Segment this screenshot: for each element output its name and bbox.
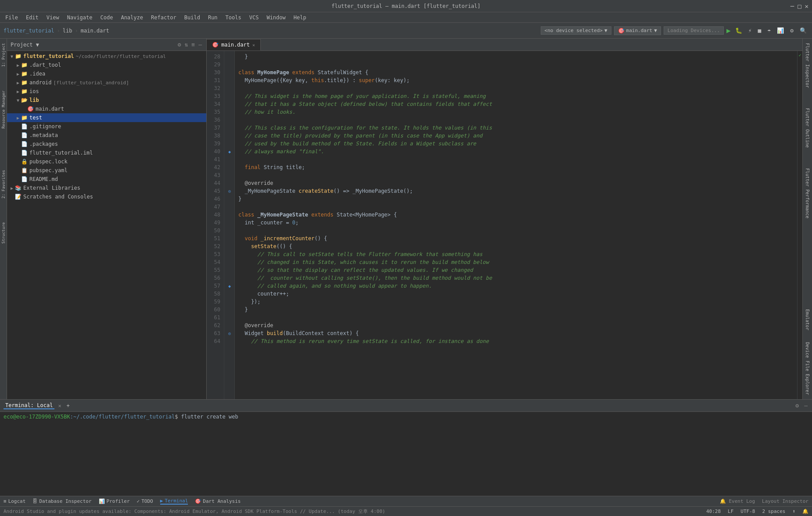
right-tab-emulator[interactable]: Emulator <box>804 306 811 334</box>
menu-tools[interactable]: Tools <box>222 14 245 22</box>
status-indent[interactable]: 2 spaces <box>762 509 785 514</box>
tree-item-main-dart[interactable]: 🎯 main.dart <box>7 105 206 113</box>
tree-item-packages[interactable]: 📄 .packages <box>7 140 206 148</box>
left-tab-structure[interactable]: Structure <box>1 220 6 246</box>
coverage-button[interactable]: ☂ <box>765 26 772 35</box>
tool-todo[interactable]: ✓ TODO <box>137 498 153 504</box>
toolbar-project-name[interactable]: flutter_tutorial <box>4 28 54 34</box>
toolbar: flutter_tutorial › lib › main.dart <no d… <box>0 23 812 39</box>
menu-file[interactable]: File <box>2 14 22 22</box>
terminal-tab-local[interactable]: Terminal: Local <box>4 402 54 409</box>
terminal-settings[interactable]: ⚙ <box>794 402 800 409</box>
tree-item-scratches[interactable]: 📝 Scratches and Consoles <box>7 192 206 201</box>
left-tab-favorites[interactable]: 2: Favorites <box>1 167 6 201</box>
right-sidebar: Flutter Inspector Flutter Outline Flutte… <box>802 39 812 399</box>
code-line-62: @override <box>238 321 794 329</box>
profile-button[interactable]: 📊 <box>775 26 786 35</box>
toolbar-lib[interactable]: lib <box>63 28 72 34</box>
tree-item-gitignore[interactable]: 📄 .gitignore <box>7 122 206 131</box>
left-tab-project[interactable]: 1: Project <box>1 40 6 69</box>
tool-logcat[interactable]: ≡ Logcat <box>4 498 25 504</box>
tree-item-metadata[interactable]: 📄 .metadata <box>7 131 206 140</box>
menu-refactor[interactable]: Refactor <box>147 14 180 22</box>
tree-item-flutter-tutorial[interactable]: ▼ 📁 flutter_tutorial ~/code/flutter/flut… <box>7 52 206 61</box>
tree-item-lib[interactable]: ▼ 📂 lib <box>7 96 206 105</box>
menu-window[interactable]: Window <box>263 14 289 22</box>
toolbar-current-file[interactable]: main.dart <box>81 28 109 34</box>
terminal-tab-close[interactable]: ✕ <box>58 403 61 409</box>
status-encoding[interactable]: LF <box>728 509 733 514</box>
menu-analyze[interactable]: Analyze <box>117 14 147 22</box>
tree-item-iml[interactable]: 📄 flutter_tutorial.iml <box>7 148 206 157</box>
folder-icon: 📁 <box>15 53 22 59</box>
project-panel-sort[interactable]: ⇅ <box>184 41 189 48</box>
status-charset[interactable]: UTF-8 <box>740 509 755 514</box>
tool-database-inspector[interactable]: 🗄 Database Inspector <box>32 498 91 504</box>
tool-dart-analysis[interactable]: 🎯 Dart Analysis <box>195 498 241 504</box>
flutter-run-button[interactable]: ⚡ <box>747 26 754 35</box>
code-editor[interactable]: } class MyHomePage extends StatefulWidge… <box>235 51 797 399</box>
project-panel-gear[interactable]: ≡ <box>190 41 196 48</box>
title-bar: flutter_tutorial – main.dart [flutter_tu… <box>0 0 812 12</box>
right-tab-flutter-outline[interactable]: Flutter Outline <box>804 105 811 151</box>
maximize-button[interactable]: □ <box>798 3 801 10</box>
terminal-tab-add[interactable]: + <box>65 403 72 409</box>
menu-help[interactable]: Help <box>290 14 310 22</box>
layout-inspector-button[interactable]: Layout Inspector <box>762 498 808 504</box>
run-button[interactable]: ▶ <box>726 26 731 35</box>
gutter-50 <box>224 227 235 235</box>
project-panel-minimize[interactable]: – <box>198 41 203 48</box>
status-line-col[interactable]: 40:28 <box>706 509 721 514</box>
tree-arrow-test: ▶ <box>15 115 21 120</box>
menu-edit[interactable]: Edit <box>22 14 42 22</box>
tree-item-android[interactable]: ▶ 📁 android [flutter_tutorial_android] <box>7 78 206 87</box>
run-config-selector[interactable]: 🎯 main.dart ▼ <box>614 26 661 35</box>
menu-view[interactable]: View <box>43 14 63 22</box>
code-line-50 <box>238 227 794 235</box>
menu-code[interactable]: Code <box>97 14 117 22</box>
menu-build[interactable]: Build <box>181 14 204 22</box>
close-button[interactable]: ✕ <box>805 3 808 10</box>
project-panel-settings[interactable]: ⚙ <box>177 41 182 48</box>
tool-terminal[interactable]: ▶ Terminal <box>160 498 188 505</box>
tool-profiler[interactable]: 📊 Profiler <box>99 498 130 504</box>
gutter-42 <box>224 163 235 171</box>
file-icon-readme: 📄 <box>21 176 28 182</box>
search-everywhere-button[interactable]: 🔍 <box>798 26 808 35</box>
tab-close-button[interactable]: ✕ <box>252 43 255 47</box>
menu-run[interactable]: Run <box>205 14 221 22</box>
device-selector-text: <no device selected> <box>545 28 603 33</box>
device-selector[interactable]: <no device selected> ▼ <box>541 26 611 35</box>
status-notifications-icon[interactable]: 🔔 <box>802 509 808 514</box>
tree-item-dart-tool[interactable]: ▶ 📁 .dart_tool <box>7 61 206 69</box>
stop-button[interactable]: ■ <box>756 26 763 35</box>
terminal-content[interactable]: eco@eco-17ZD990-VX5BK:~/.code/flutter/fl… <box>0 412 812 496</box>
gutter-34 <box>224 100 235 108</box>
terminal-minimize[interactable]: – <box>803 402 808 409</box>
code-line-57: // called again, and so nothing would ap… <box>238 282 794 290</box>
left-tab-resource[interactable]: Resource Manager <box>1 88 6 131</box>
tree-item-pubspec-yaml[interactable]: 📋 pubspec.yaml <box>7 166 206 175</box>
database-inspector-label: Database Inspector <box>39 498 91 504</box>
editor-tab-main-dart[interactable]: 🎯 main.dart ✕ <box>207 39 261 51</box>
menu-vcs[interactable]: VCS <box>246 14 262 22</box>
event-log-button[interactable]: 🔔 Event Log <box>720 498 755 504</box>
settings-button[interactable]: ⚙ <box>788 26 795 35</box>
debug-button[interactable]: 🐛 <box>733 26 744 35</box>
tree-item-test[interactable]: ▶ 📁 test <box>7 113 206 122</box>
minimize-button[interactable]: ─ <box>790 3 794 10</box>
menu-navigate[interactable]: Navigate <box>64 14 96 22</box>
right-tab-flutter-inspector[interactable]: Flutter Inspector <box>804 40 811 91</box>
tree-item-idea[interactable]: ▶ 📁 .idea <box>7 69 206 78</box>
tree-item-readme[interactable]: 📄 README.md <box>7 175 206 184</box>
right-tab-device-file[interactable]: Device File Explorer <box>804 339 811 398</box>
folder-icon-scratches: 📝 <box>15 194 22 200</box>
right-tab-flutter-performance[interactable]: Flutter Performance <box>804 165 811 222</box>
profiler-icon: 📊 <box>99 498 105 504</box>
gutter-52 <box>224 242 235 250</box>
tree-item-ios[interactable]: ▶ 📁 ios <box>7 87 206 96</box>
code-line-48: class _MyHomePageState extends State<MyH… <box>238 211 794 219</box>
profiler-label: Profiler <box>107 498 130 504</box>
tree-item-pubspec-lock[interactable]: 🔒 pubspec.lock <box>7 157 206 166</box>
tree-item-external-libs[interactable]: ▶ 📚 External Libraries <box>7 184 206 192</box>
